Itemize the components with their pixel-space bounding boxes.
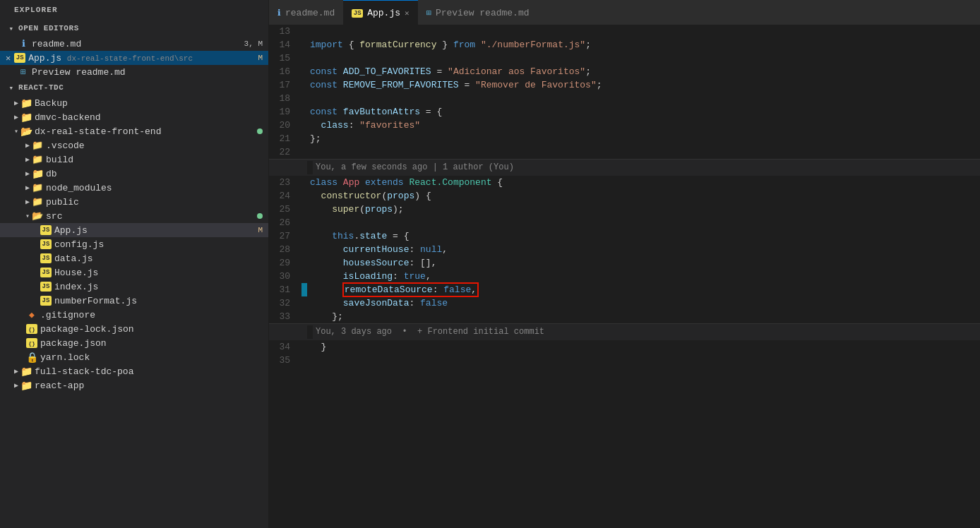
- gutter-17: [301, 78, 307, 92]
- git-icon: ◆: [25, 309, 38, 320]
- chevron-right-icon7: ▶: [25, 198, 30, 206]
- open-editors-section[interactable]: ▾ OPEN EDITORS: [0, 20, 268, 37]
- code-line-24: 24 constructor(props) {: [269, 189, 980, 203]
- close-icon[interactable]: ✕: [6, 53, 11, 64]
- json-icon: {}: [25, 323, 38, 335]
- code-line-28: 28 currentHouse: null,: [269, 243, 980, 256]
- gutter-13: [301, 25, 307, 38]
- json-icon2: {}: [25, 337, 38, 349]
- code-line-35: 35: [269, 354, 980, 367]
- code-line-34: 34 }: [269, 340, 980, 354]
- file-appjs[interactable]: JS App.js M: [0, 223, 268, 237]
- folder-db-label: db: [46, 169, 268, 179]
- folder-icon3: 📁: [31, 140, 44, 151]
- folder-public-label: public: [46, 197, 268, 208]
- line-content-16: const ADD_TO_FAVORITES = "Adicionar aos …: [307, 65, 980, 78]
- chevron-right-icon6: ▶: [25, 184, 30, 192]
- file-yarn-lock[interactable]: 🔒 yarn.lock: [0, 350, 268, 364]
- gutter-16: [301, 65, 307, 78]
- folder-public[interactable]: ▶ 📁 public: [0, 195, 268, 209]
- file-package-json-label: package.json: [40, 338, 268, 349]
- tab-preview[interactable]: ⊞ Preview readme.md: [418, 0, 538, 25]
- js-config-icon: JS: [40, 239, 52, 250]
- blame-line-2: You, 3 days ago • + Frontend initial com…: [269, 323, 980, 340]
- folder-src[interactable]: ▾ 📂 src: [0, 209, 268, 223]
- line-num-22: 22: [269, 145, 301, 159]
- folder-icon9: 📁: [20, 380, 32, 391]
- line-num-13: 13: [269, 25, 301, 38]
- gutter-25: [301, 203, 307, 216]
- gutter-19: [301, 105, 307, 119]
- line-num-33: 33: [269, 310, 301, 323]
- folder-reactapp-label: react-app: [35, 380, 268, 391]
- line-content-34: }: [307, 340, 980, 354]
- blame-gutter-2: [307, 325, 313, 339]
- line-num-29: 29: [269, 256, 301, 270]
- open-editor-appjs[interactable]: ✕ JS App.js dx-real-state-front-end\src …: [0, 51, 268, 65]
- main-area: ℹ readme.md JS App.js ✕ ⊞ Preview readme…: [269, 0, 980, 528]
- line-content-32: saveJsonData: false: [307, 296, 980, 310]
- folder-build[interactable]: ▶ 📁 build: [0, 152, 268, 167]
- chevron-down-icon2: ▾: [6, 82, 17, 93]
- blame-num-2: [275, 325, 307, 339]
- file-numberformat[interactable]: JS numberFormat.js: [0, 294, 268, 308]
- code-editor[interactable]: 13 14 import { formatCurrency } from "./…: [269, 25, 980, 528]
- tab-close-appjs[interactable]: ✕: [405, 8, 410, 18]
- folder-open-icon: 📂: [20, 126, 32, 137]
- line-content-30: isLoading: true,: [307, 270, 980, 283]
- file-package-json[interactable]: {} package.json: [0, 336, 268, 350]
- folder-node-modules-label: node_modules: [46, 183, 268, 193]
- gutter-32: [301, 296, 307, 310]
- line-content-35: [307, 354, 980, 367]
- line-content-20: class: "favorites": [307, 119, 980, 132]
- blame-line-1: You, a few seconds ago | 1 author (You): [269, 159, 980, 176]
- line-num-26: 26: [269, 216, 301, 229]
- open-editor-preview[interactable]: ⊞ Preview readme.md: [0, 65, 268, 79]
- open-editor-readme[interactable]: ℹ readme.md 3, M: [0, 37, 268, 51]
- gutter-22: [301, 145, 307, 159]
- line-content-13: [307, 25, 980, 38]
- line-content-19: const favButtonAttrs = {: [307, 105, 980, 119]
- code-line-31: 31 remoteDataSource: false,: [269, 283, 980, 296]
- preview-icon: ⊞: [17, 66, 30, 78]
- line-content-31: remoteDataSource: false,: [307, 283, 980, 296]
- folder-dx[interactable]: ▾ 📂 dx-real-state-front-end: [0, 124, 268, 138]
- js-numformat-icon: JS: [40, 295, 52, 306]
- folder-backup[interactable]: ▶ 📁 Backup: [0, 96, 268, 110]
- file-housejs-label: House.js: [54, 268, 268, 278]
- file-datajs[interactable]: JS data.js: [0, 251, 268, 265]
- gutter-33: [301, 310, 307, 323]
- file-indexjs[interactable]: JS index.js: [0, 280, 268, 294]
- folder-dmvc[interactable]: ▶ 📁 dmvc-backend: [0, 110, 268, 124]
- code-line-26: 26: [269, 216, 980, 229]
- folder-vscode[interactable]: ▶ 📁 .vscode: [0, 138, 268, 152]
- react-tdc-section[interactable]: ▾ REACT-TDC: [0, 79, 268, 96]
- open-editor-appjs-label: App.js dx-real-state-front-end\src: [28, 53, 258, 64]
- tab-appjs[interactable]: JS App.js ✕: [343, 0, 417, 25]
- file-yarn-lock-label: yarn.lock: [40, 352, 268, 363]
- file-housejs[interactable]: JS House.js: [0, 265, 268, 280]
- folder-icon2: 📁: [20, 112, 32, 123]
- file-configjs[interactable]: JS config.js: [0, 237, 268, 251]
- folder-build-label: build: [46, 155, 268, 165]
- code-line-13: 13: [269, 25, 980, 38]
- folder-reactapp[interactable]: ▶ 📁 react-app: [0, 378, 268, 392]
- file-package-lock[interactable]: {} package-lock.json: [0, 322, 268, 336]
- file-gitignore[interactable]: ◆ .gitignore: [0, 308, 268, 322]
- file-configjs-label: config.js: [54, 239, 268, 250]
- file-tree: ▶ 📁 Backup ▶ 📁 dmvc-backend ▾ 📂 dx-real-…: [0, 96, 268, 528]
- code-line-21: 21 };: [269, 132, 980, 145]
- line-num-25: 25: [269, 203, 301, 216]
- js-house-icon: JS: [40, 267, 52, 278]
- line-num-28: 28: [269, 243, 301, 256]
- gutter-21: [301, 132, 307, 145]
- gutter-34: [301, 340, 307, 354]
- folder-fullstack[interactable]: ▶ 📁 full-stack-tdc-poa: [0, 364, 268, 378]
- folder-node-modules[interactable]: ▶ 📁 node_modules: [0, 181, 268, 195]
- code-line-16: 16 const ADD_TO_FAVORITES = "Adicionar a…: [269, 65, 980, 78]
- blame-content-2: You, 3 days ago • + Frontend initial com…: [313, 325, 980, 339]
- folder-icon5: 📁: [31, 168, 44, 179]
- folder-db[interactable]: ▶ 📁 db: [0, 167, 268, 181]
- tab-readme[interactable]: ℹ readme.md: [269, 0, 343, 25]
- line-num-17: 17: [269, 78, 301, 92]
